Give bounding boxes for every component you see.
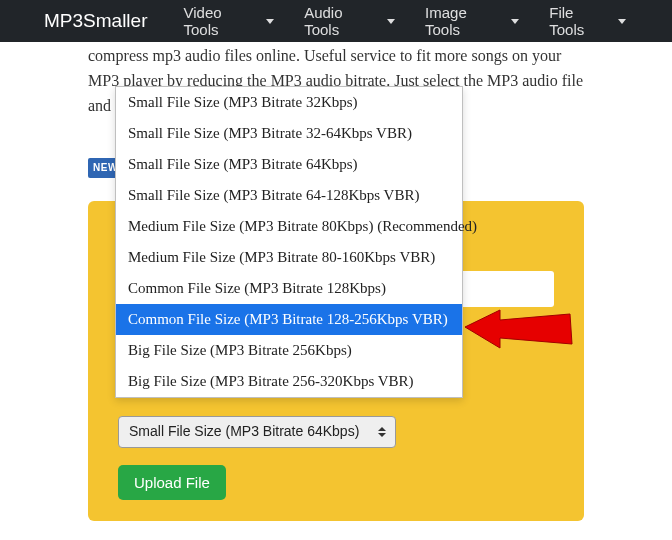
nav-label: File Tools	[549, 4, 612, 38]
select-value: Small File Size (MP3 Bitrate 64Kbps)	[129, 421, 359, 443]
nav-label: Video Tools	[183, 4, 260, 38]
select-arrows-icon	[377, 427, 387, 437]
brand[interactable]: MP3Smaller	[44, 10, 147, 32]
dropdown-option[interactable]: Common File Size (MP3 Bitrate 128Kbps)	[116, 273, 462, 304]
nav-file-tools[interactable]: File Tools	[549, 4, 626, 38]
nav-audio-tools[interactable]: Audio Tools	[304, 4, 395, 38]
navbar: MP3Smaller Video Tools Audio Tools Image…	[0, 0, 672, 42]
nav-label: Image Tools	[425, 4, 505, 38]
caret-down-icon	[618, 19, 626, 24]
dropdown-option[interactable]: Medium File Size (MP3 Bitrate 80-160Kbps…	[116, 242, 462, 273]
nav-video-tools[interactable]: Video Tools	[183, 4, 274, 38]
dropdown-option[interactable]: Big File Size (MP3 Bitrate 256Kbps)	[116, 335, 462, 366]
bitrate-select[interactable]: Small File Size (MP3 Bitrate 64Kbps)	[118, 416, 396, 448]
dropdown-option[interactable]: Medium File Size (MP3 Bitrate 80Kbps) (R…	[116, 211, 462, 242]
nav-image-tools[interactable]: Image Tools	[425, 4, 519, 38]
bitrate-dropdown-list: Small File Size (MP3 Bitrate 32Kbps)Smal…	[115, 86, 463, 398]
dropdown-option[interactable]: Small File Size (MP3 Bitrate 64-128Kbps …	[116, 180, 462, 211]
nav-label: Audio Tools	[304, 4, 381, 38]
caret-down-icon	[511, 19, 519, 24]
dropdown-option[interactable]: Small File Size (MP3 Bitrate 32-64Kbps V…	[116, 118, 462, 149]
caret-down-icon	[266, 19, 274, 24]
dropdown-option[interactable]: Common File Size (MP3 Bitrate 128-256Kbp…	[116, 304, 462, 335]
dropdown-option[interactable]: Big File Size (MP3 Bitrate 256-320Kbps V…	[116, 366, 462, 397]
upload-button[interactable]: Upload File	[118, 465, 226, 500]
caret-down-icon	[387, 19, 395, 24]
dropdown-option[interactable]: Small File Size (MP3 Bitrate 64Kbps)	[116, 149, 462, 180]
dropdown-option[interactable]: Small File Size (MP3 Bitrate 32Kbps)	[116, 87, 462, 118]
